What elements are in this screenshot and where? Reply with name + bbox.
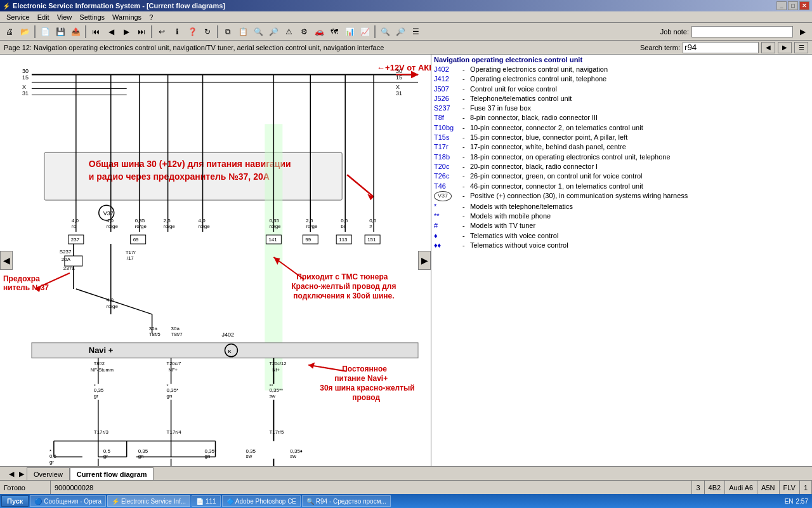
legend-row: T18b - 18-pin connector, on operating el…: [434, 152, 809, 161]
main-content: ◀ 30 15 X 31 30 15 X 31 ←+12V от АКБ О: [0, 55, 812, 466]
svg-text:провод: провод: [352, 393, 380, 402]
svg-text:ro/ge: ro/ge: [107, 224, 119, 229]
svg-text:15: 15: [396, 74, 402, 81]
svg-text:Navi +: Navi +: [89, 345, 114, 355]
svg-text:Постоянное: Постоянное: [342, 364, 387, 373]
svg-text:69: 69: [133, 237, 139, 243]
taskbar-item-electronic[interactable]: ⚡ Electronic Service Inf...: [107, 495, 190, 507]
status-ready: Готово: [0, 481, 51, 494]
tb-paste[interactable]: 📋: [236, 25, 250, 39]
search-options-button[interactable]: ☰: [794, 42, 808, 53]
menu-edit[interactable]: Edit: [34, 13, 53, 22]
svg-text:NF+: NF+: [169, 367, 178, 373]
job-note-input[interactable]: [691, 26, 793, 37]
tb-new[interactable]: 📄: [38, 25, 52, 39]
tb-last[interactable]: ⏭: [134, 25, 148, 39]
tb-open[interactable]: 📂: [18, 25, 32, 39]
menu-bar: Service Edit View Settings Warnings ?: [0, 11, 812, 23]
search-input[interactable]: [683, 42, 759, 53]
svg-text:30a: 30a: [149, 326, 158, 331]
svg-text:237: 237: [71, 237, 80, 243]
taskbar-item-photoshop[interactable]: 🔷 Adobe Photoshop CE: [222, 495, 301, 507]
search-prev-button[interactable]: ◀: [761, 42, 775, 53]
status-code2: A5N: [757, 481, 779, 494]
legend-dash: -: [462, 241, 470, 250]
legend-dash: -: [462, 74, 470, 83]
tb-print[interactable]: 🖨: [3, 25, 16, 39]
menu-view[interactable]: View: [53, 13, 76, 22]
svg-text:gr: gr: [94, 393, 98, 399]
minimize-button[interactable]: _: [776, 1, 787, 10]
tb-info[interactable]: ℹ: [170, 25, 184, 39]
svg-text:ro/ge: ro/ge: [269, 224, 281, 229]
legend-desc: Models with telephone/telematics: [470, 202, 809, 211]
taskbar-lang: EN: [785, 498, 794, 505]
tb-nav[interactable]: 🗺: [327, 25, 341, 39]
legend-code: J526: [434, 94, 462, 103]
taskbar-item-opera[interactable]: 🔵 Сообщения - Opera: [30, 495, 106, 507]
tb-filter[interactable]: 🔎: [266, 25, 280, 39]
tb-first[interactable]: ⏮: [89, 25, 103, 39]
svg-text:←+12V от АКБ: ←+12V от АКБ: [377, 63, 431, 72]
tb-warning[interactable]: ⚠: [282, 25, 296, 39]
legend-desc: 46-pin connector, connector 1, on telema…: [470, 182, 809, 190]
tab-current-flow[interactable]: Current flow diagram: [70, 467, 154, 480]
svg-text:31: 31: [396, 90, 402, 97]
svg-text:20A: 20A: [62, 257, 71, 262]
menu-service[interactable]: Service: [3, 13, 34, 22]
tab-scroll-left[interactable]: ◀: [6, 467, 16, 480]
legend-row: J526 - Telephone/telematics control unit: [434, 94, 809, 103]
svg-text:S237: S237: [60, 249, 72, 255]
tb-car[interactable]: 🚗: [312, 25, 326, 39]
legend-code: T15s: [434, 133, 462, 142]
tb-misc2[interactable]: 📈: [358, 25, 372, 39]
svg-text:ro/ge: ro/ge: [306, 224, 318, 229]
menu-settings[interactable]: Settings: [75, 13, 108, 22]
legend-row: ♦ - Telematics with voice control: [434, 231, 809, 240]
maximize-button[interactable]: □: [788, 1, 798, 10]
tb-search[interactable]: 🔍: [251, 25, 265, 39]
nav-arrow-right[interactable]: ▶: [418, 251, 431, 270]
tb-refresh[interactable]: ↻: [200, 25, 214, 39]
legend-row: T15s - 15-pin connector, blue, connector…: [434, 133, 809, 142]
r94-icon: 🔍: [306, 498, 314, 505]
svg-text:X: X: [396, 84, 400, 90]
tb-back[interactable]: ↩: [155, 25, 169, 39]
tb-misc1[interactable]: 📊: [343, 25, 357, 39]
tb-zoom-in[interactable]: 🔍: [378, 25, 392, 39]
menu-help[interactable]: ?: [145, 13, 157, 22]
tb-list[interactable]: ☰: [409, 25, 422, 39]
tb-save[interactable]: 💾: [53, 25, 67, 39]
tb-next[interactable]: ▶: [119, 25, 133, 39]
tab-scroll-right[interactable]: ▶: [16, 467, 27, 480]
svg-text:ro: ro: [72, 224, 77, 229]
tb-settings[interactable]: ⚙: [297, 25, 311, 39]
svg-text:gn: gn: [205, 453, 211, 459]
tb-help[interactable]: ❓: [185, 25, 199, 39]
tb-zoom-out[interactable]: 🔎: [393, 25, 407, 39]
svg-text:NF-Stumm: NF-Stumm: [91, 367, 114, 373]
start-button[interactable]: Пуск: [1, 495, 29, 507]
status-page: 3: [692, 481, 704, 494]
taskbar-item-111[interactable]: 📄 111: [192, 495, 220, 507]
svg-text:T8f/7: T8f/7: [171, 331, 183, 337]
menu-warnings[interactable]: Warnings: [108, 13, 145, 22]
svg-text:4,0: 4,0: [107, 297, 114, 303]
tb-copy[interactable]: ⧉: [221, 25, 235, 39]
svg-text:113: 113: [339, 237, 348, 243]
job-note-submit[interactable]: ▶: [796, 25, 809, 39]
close-button[interactable]: ✕: [799, 1, 809, 10]
title-bar-controls: _ □ ✕: [776, 1, 809, 10]
tb-prev[interactable]: ◀: [104, 25, 118, 39]
svg-text:0,35: 0,35: [135, 218, 145, 224]
legend-dash: -: [462, 142, 470, 151]
tb-export[interactable]: 📤: [69, 25, 82, 39]
legend-row: V37 - Positive (+) connection (30), in c…: [434, 191, 809, 201]
search-next-button[interactable]: ▶: [778, 42, 792, 53]
photoshop-icon: 🔷: [226, 498, 234, 505]
taskbar-item-r94[interactable]: 🔍 R94 - Средство просм...: [302, 495, 391, 507]
nav-arrow-left[interactable]: ◀: [0, 251, 13, 270]
svg-text:99: 99: [305, 237, 311, 243]
svg-text:0,5: 0,5: [341, 218, 348, 224]
tab-overview[interactable]: Overview: [27, 467, 70, 480]
